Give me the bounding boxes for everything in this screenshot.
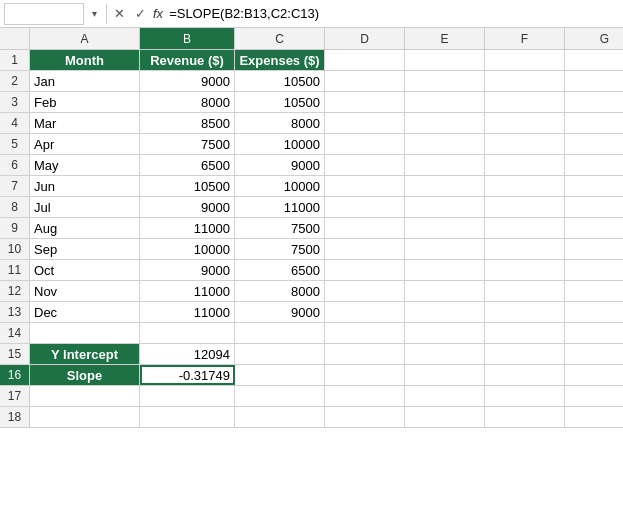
cell-d[interactable] [325, 239, 405, 259]
cell-g[interactable] [565, 407, 623, 427]
cell-d[interactable] [325, 344, 405, 364]
cell-f[interactable] [485, 344, 565, 364]
cell-e[interactable] [405, 302, 485, 322]
cell-month[interactable]: Feb [30, 92, 140, 112]
cell-revenue[interactable]: 11000 [140, 281, 235, 301]
cell-g[interactable] [565, 50, 623, 70]
cell-g[interactable] [565, 218, 623, 238]
cell-month[interactable]: Dec [30, 302, 140, 322]
cell-expenses[interactable] [235, 365, 325, 385]
cell-revenue[interactable] [140, 407, 235, 427]
cell-expenses[interactable]: 8000 [235, 281, 325, 301]
cell-g[interactable] [565, 302, 623, 322]
cell-revenue[interactable]: 8000 [140, 92, 235, 112]
cell-expenses[interactable] [235, 323, 325, 343]
cell-e[interactable] [405, 113, 485, 133]
cell-month[interactable]: Aug [30, 218, 140, 238]
cell-month[interactable]: Jun [30, 176, 140, 196]
cell-month[interactable]: Oct [30, 260, 140, 280]
cell-expenses[interactable]: 11000 [235, 197, 325, 217]
cell-month[interactable]: Mar [30, 113, 140, 133]
cell-d[interactable] [325, 197, 405, 217]
col-header-d[interactable]: D [325, 28, 405, 49]
cell-expenses[interactable]: 10500 [235, 92, 325, 112]
cell-e[interactable] [405, 386, 485, 406]
cell-d[interactable] [325, 407, 405, 427]
cell-revenue[interactable]: 10000 [140, 239, 235, 259]
cell-e[interactable] [405, 344, 485, 364]
cell-g[interactable] [565, 323, 623, 343]
cell-month[interactable] [30, 407, 140, 427]
cell-revenue[interactable] [140, 386, 235, 406]
cell-e[interactable] [405, 323, 485, 343]
cell-revenue[interactable]: 7500 [140, 134, 235, 154]
cell-expenses[interactable]: 6500 [235, 260, 325, 280]
cancel-icon[interactable]: ✕ [111, 6, 128, 21]
cell-f[interactable] [485, 92, 565, 112]
cell-f[interactable] [485, 281, 565, 301]
col-header-c[interactable]: C [235, 28, 325, 49]
cell-g[interactable] [565, 239, 623, 259]
cell-g[interactable] [565, 344, 623, 364]
cell-revenue[interactable]: 9000 [140, 197, 235, 217]
cell-revenue[interactable]: 6500 [140, 155, 235, 175]
cell-expenses[interactable]: 10000 [235, 134, 325, 154]
cell-d[interactable] [325, 92, 405, 112]
cell-g[interactable] [565, 365, 623, 385]
cell-d[interactable] [325, 365, 405, 385]
cell-revenue[interactable]: 11000 [140, 302, 235, 322]
cell-f[interactable] [485, 218, 565, 238]
cell-e[interactable] [405, 92, 485, 112]
cell-month[interactable] [30, 386, 140, 406]
confirm-icon[interactable]: ✓ [132, 6, 149, 21]
cell-expenses[interactable]: 7500 [235, 218, 325, 238]
cell-revenue[interactable] [140, 323, 235, 343]
cell-e[interactable] [405, 239, 485, 259]
cell-f[interactable] [485, 260, 565, 280]
cell-g[interactable] [565, 386, 623, 406]
cell-f[interactable] [485, 239, 565, 259]
cell-month[interactable]: Jul [30, 197, 140, 217]
cell-d[interactable] [325, 71, 405, 91]
cell-g[interactable] [565, 197, 623, 217]
header-revenue[interactable]: Revenue ($) [140, 50, 235, 70]
cell-g[interactable] [565, 71, 623, 91]
cell-f[interactable] [485, 71, 565, 91]
cell-f[interactable] [485, 323, 565, 343]
col-header-e[interactable]: E [405, 28, 485, 49]
cell-revenue[interactable]: 9000 [140, 71, 235, 91]
cell-d[interactable] [325, 281, 405, 301]
result-value[interactable]: 12094 [140, 344, 235, 364]
cell-f[interactable] [485, 407, 565, 427]
cell-d[interactable] [325, 386, 405, 406]
result-label[interactable]: Y Intercept [30, 344, 140, 364]
cell-expenses[interactable]: 7500 [235, 239, 325, 259]
active-result-value[interactable]: -0.31749 [140, 365, 235, 385]
cell-month[interactable] [30, 323, 140, 343]
cell-f[interactable] [485, 197, 565, 217]
cell-expenses[interactable] [235, 386, 325, 406]
cell-reference-box[interactable] [4, 3, 84, 25]
cell-f[interactable] [485, 302, 565, 322]
cell-d[interactable] [325, 50, 405, 70]
cell-e[interactable] [405, 176, 485, 196]
cell-revenue[interactable]: 9000 [140, 260, 235, 280]
cell-f[interactable] [485, 365, 565, 385]
cell-g[interactable] [565, 260, 623, 280]
cell-e[interactable] [405, 407, 485, 427]
cell-e[interactable] [405, 134, 485, 154]
cell-e[interactable] [405, 218, 485, 238]
cell-g[interactable] [565, 155, 623, 175]
cell-g[interactable] [565, 92, 623, 112]
cell-f[interactable] [485, 113, 565, 133]
col-header-b[interactable]: B [140, 28, 235, 49]
cell-expenses[interactable] [235, 344, 325, 364]
cell-d[interactable] [325, 260, 405, 280]
cell-d[interactable] [325, 323, 405, 343]
cell-month[interactable]: Jan [30, 71, 140, 91]
cell-e[interactable] [405, 71, 485, 91]
header-month[interactable]: Month [30, 50, 140, 70]
cell-d[interactable] [325, 302, 405, 322]
cell-month[interactable]: Apr [30, 134, 140, 154]
cell-g[interactable] [565, 281, 623, 301]
